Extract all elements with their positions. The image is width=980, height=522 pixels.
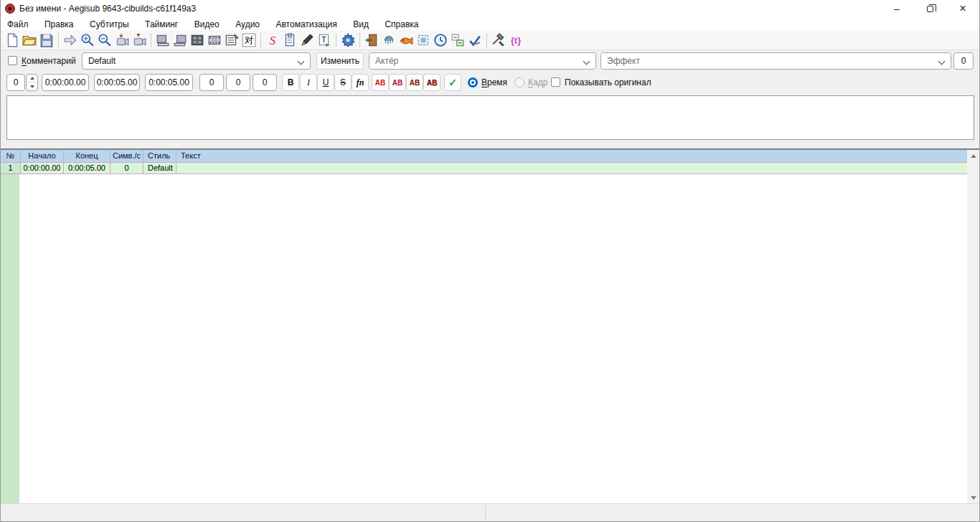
strikeout-button[interactable]: S — [334, 74, 352, 91]
open-file-icon[interactable] — [21, 31, 38, 49]
commit-button[interactable]: ✓ — [444, 74, 461, 91]
save-file-icon[interactable] — [38, 31, 55, 49]
primary-color-button[interactable]: AB — [372, 74, 389, 91]
menu-video[interactable]: Видео — [188, 18, 226, 31]
shadow-color-button[interactable]: AB — [423, 74, 440, 91]
row-style-cell[interactable]: Default — [143, 163, 176, 174]
menu-automation[interactable]: Автоматизация — [270, 18, 344, 31]
restore-button[interactable] — [913, 0, 946, 17]
style-select[interactable]: Default — [82, 52, 311, 70]
zoom-in-icon[interactable] — [79, 31, 96, 49]
snap-start-to-video-icon[interactable] — [113, 31, 131, 49]
svg-text:对: 对 — [245, 35, 253, 45]
resample-resolution-icon[interactable] — [363, 31, 380, 49]
shift-start-icon[interactable] — [154, 31, 171, 49]
duration-field[interactable] — [145, 74, 193, 91]
show-original-checkbox[interactable] — [551, 77, 560, 87]
outline-color-button[interactable]: AB — [406, 74, 423, 91]
comment-label: Комментарий — [22, 54, 76, 68]
down-arrow-icon — [30, 85, 34, 88]
scrollbar-up-button[interactable] — [967, 151, 979, 161]
stepper-up-button[interactable] — [27, 75, 37, 82]
frame-mode-label: Кадр — [528, 75, 547, 90]
row-cps-cell[interactable]: 0 — [110, 163, 143, 174]
shift-times-icon[interactable] — [432, 31, 449, 49]
bold-button[interactable]: B — [282, 74, 299, 91]
effect-input[interactable] — [601, 53, 951, 69]
svg-text:{t}: {t} — [511, 34, 522, 45]
grid-header: № Начало Конец Симв./с Стиль Текст — [1, 150, 969, 162]
toolbar-separator — [359, 33, 360, 47]
underline-button[interactable]: U — [317, 74, 334, 91]
row-text-cell[interactable] — [176, 163, 969, 174]
snap-end-to-video-icon[interactable] — [131, 31, 148, 49]
margin-vertical-field[interactable] — [253, 74, 277, 91]
secondary-color-button[interactable]: AB — [389, 74, 406, 91]
comment-checkbox[interactable] — [8, 56, 17, 65]
actor-combo[interactable] — [369, 52, 596, 70]
menu-timing[interactable]: Тайминг — [138, 18, 184, 31]
column-header-text: Текст — [176, 150, 969, 162]
configure-icon[interactable] — [490, 31, 507, 49]
status-bar — [1, 503, 979, 521]
menu-file[interactable]: Файл — [1, 18, 35, 31]
minimize-button[interactable]: – — [880, 0, 913, 17]
actor-input[interactable] — [369, 53, 595, 69]
shift-end-icon[interactable] — [171, 31, 189, 49]
translate-assistant-icon[interactable] — [449, 31, 466, 49]
margin-left-field[interactable] — [199, 74, 224, 91]
row-end-cell[interactable]: 0:00:05.00 — [64, 163, 110, 174]
subtitle-edit-box[interactable] — [6, 95, 974, 140]
toolbar-separator — [260, 33, 261, 47]
end-time-field[interactable] — [94, 74, 140, 91]
jump-arrow-icon[interactable] — [62, 31, 79, 49]
column-header-style: Стиль — [143, 150, 176, 162]
menu-bar: Файл Правка Субтитры Тайминг Видео Аудио… — [1, 17, 979, 30]
new-file-icon[interactable] — [4, 31, 21, 49]
row-number-cell[interactable]: 1 — [1, 163, 21, 174]
film-strip-icon[interactable] — [206, 31, 223, 49]
attachments-icon[interactable] — [298, 31, 316, 49]
spell-checker-icon[interactable] — [466, 31, 484, 49]
select-lines-icon[interactable] — [415, 31, 432, 49]
storyboard-icon[interactable] — [223, 31, 240, 49]
layer-stepper[interactable] — [26, 74, 38, 91]
time-mode-label: Время — [481, 75, 507, 90]
grid-scrollbar[interactable] — [967, 150, 979, 504]
menu-audio[interactable]: Аудио — [229, 18, 266, 31]
start-time-field[interactable] — [42, 74, 89, 91]
fonts-collector-icon[interactable] — [316, 31, 333, 49]
scrollbar-down-button[interactable] — [967, 493, 979, 503]
translation-assistant-icon[interactable] — [397, 31, 415, 49]
edit-style-button[interactable]: Изменить — [316, 52, 364, 70]
automation-icon[interactable] — [339, 31, 357, 49]
kanji-timer-icon[interactable]: 对 — [240, 31, 258, 49]
aegisub-logo-icon — [5, 4, 15, 14]
menu-help[interactable]: Справка — [378, 18, 425, 31]
column-header-end: Конец — [64, 150, 110, 162]
karaoke-template-icon[interactable]: {t} — [507, 31, 524, 49]
menu-view[interactable]: Вид — [347, 18, 375, 31]
styles-manager-icon[interactable]: S — [264, 31, 281, 49]
video-details-icon[interactable] — [189, 31, 206, 49]
properties-icon[interactable] — [281, 31, 298, 49]
effect-combo[interactable] — [600, 52, 951, 70]
table-row[interactable]: 1 0:00:00.00 0:00:05.00 0 Default — [1, 162, 969, 174]
visual-typesetting-icon[interactable] — [380, 31, 397, 49]
zoom-out-icon[interactable] — [96, 31, 113, 49]
menu-subtitles[interactable]: Субтитры — [83, 18, 136, 31]
margin-right-field[interactable] — [226, 74, 250, 91]
menu-edit[interactable]: Правка — [38, 18, 80, 31]
stepper-down-button[interactable] — [27, 82, 37, 90]
row-start-cell[interactable]: 0:00:00.00 — [21, 163, 64, 174]
time-mode-radio[interactable] — [468, 77, 478, 87]
toolbar-separator — [486, 33, 487, 47]
font-face-button[interactable]: fn — [352, 74, 369, 91]
close-button[interactable]: × — [946, 0, 979, 17]
up-arrow-icon — [971, 154, 976, 158]
italic-button[interactable]: I — [300, 74, 317, 91]
subtitle-grid: № Начало Конец Симв./с Стиль Текст 1 0:0… — [1, 148, 979, 504]
layer-field[interactable] — [6, 74, 25, 91]
toolbar-separator — [336, 33, 336, 47]
subtitle-edit-panel: Комментарий Default Изменить 0 B I U S — [1, 50, 979, 148]
